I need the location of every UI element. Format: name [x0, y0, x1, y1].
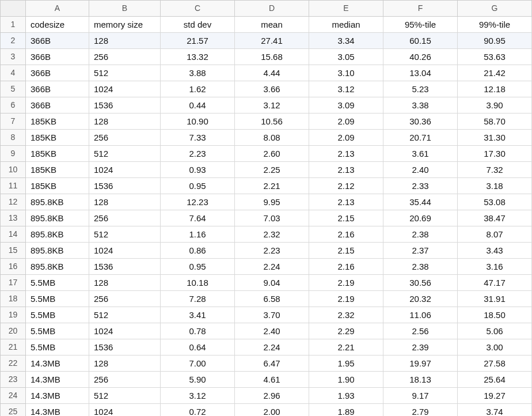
col-header-E[interactable]: E — [309, 1, 383, 17]
cell-F8[interactable]: 20.71 — [383, 130, 458, 146]
cell-B17[interactable]: 128 — [89, 275, 161, 291]
cell-G16[interactable]: 3.16 — [458, 259, 532, 275]
cell-F15[interactable]: 2.37 — [383, 243, 458, 259]
cell-E9[interactable]: 2.13 — [309, 146, 383, 162]
cell-F10[interactable]: 2.40 — [383, 162, 458, 178]
cell-G25[interactable]: 3.74 — [458, 404, 532, 416]
cell-G4[interactable]: 21.42 — [458, 65, 532, 81]
cell-G10[interactable]: 7.32 — [458, 162, 532, 178]
cell-D1[interactable]: mean — [235, 17, 309, 33]
row-header-8[interactable]: 8 — [1, 130, 26, 146]
row-header-24[interactable]: 24 — [1, 388, 26, 404]
cell-B9[interactable]: 512 — [89, 146, 161, 162]
cell-B2[interactable]: 128 — [89, 33, 161, 49]
col-header-A[interactable]: A — [26, 1, 89, 17]
cell-G22[interactable]: 27.58 — [458, 356, 532, 372]
cell-G14[interactable]: 8.07 — [458, 226, 532, 243]
cell-G21[interactable]: 3.00 — [458, 339, 532, 356]
select-all-corner[interactable] — [1, 1, 26, 17]
row-header-25[interactable]: 25 — [1, 404, 26, 416]
cell-D16[interactable]: 2.24 — [235, 259, 309, 275]
cell-D6[interactable]: 3.12 — [235, 97, 309, 114]
cell-E5[interactable]: 3.12 — [309, 81, 383, 97]
row-header-5[interactable]: 5 — [1, 81, 26, 97]
cell-C25[interactable]: 0.72 — [161, 404, 235, 416]
cell-B14[interactable]: 512 — [89, 226, 161, 243]
cell-B24[interactable]: 512 — [89, 388, 161, 404]
cell-C15[interactable]: 0.86 — [161, 243, 235, 259]
cell-B12[interactable]: 128 — [89, 194, 161, 210]
cell-B25[interactable]: 1024 — [89, 404, 161, 416]
cell-E20[interactable]: 2.29 — [309, 323, 383, 339]
cell-F16[interactable]: 2.38 — [383, 259, 458, 275]
cell-D9[interactable]: 2.60 — [235, 146, 309, 162]
cell-D11[interactable]: 2.21 — [235, 178, 309, 194]
cell-A14[interactable]: 895.8KB — [26, 226, 89, 243]
cell-F2[interactable]: 60.15 — [383, 33, 458, 49]
cell-F21[interactable]: 2.39 — [383, 339, 458, 356]
cell-B3[interactable]: 256 — [89, 49, 161, 65]
cell-F22[interactable]: 19.97 — [383, 356, 458, 372]
row-header-17[interactable]: 17 — [1, 275, 26, 291]
cell-C24[interactable]: 3.12 — [161, 388, 235, 404]
cell-E14[interactable]: 2.16 — [309, 226, 383, 243]
cell-F7[interactable]: 30.36 — [383, 114, 458, 130]
cell-C7[interactable]: 10.90 — [161, 114, 235, 130]
cell-E25[interactable]: 1.89 — [309, 404, 383, 416]
cell-G8[interactable]: 31.30 — [458, 130, 532, 146]
cell-G23[interactable]: 25.64 — [458, 372, 532, 388]
cell-C22[interactable]: 7.00 — [161, 356, 235, 372]
cell-F24[interactable]: 9.17 — [383, 388, 458, 404]
row-header-2[interactable]: 2 — [1, 33, 26, 49]
row-header-18[interactable]: 18 — [1, 291, 26, 307]
cell-B7[interactable]: 128 — [89, 114, 161, 130]
cell-B23[interactable]: 256 — [89, 372, 161, 388]
cell-G15[interactable]: 3.43 — [458, 243, 532, 259]
cell-E18[interactable]: 2.19 — [309, 291, 383, 307]
row-header-21[interactable]: 21 — [1, 339, 26, 356]
cell-A4[interactable]: 366B — [26, 65, 89, 81]
cell-G18[interactable]: 31.91 — [458, 291, 532, 307]
cell-D18[interactable]: 6.58 — [235, 291, 309, 307]
cell-E22[interactable]: 1.95 — [309, 356, 383, 372]
cell-D17[interactable]: 9.04 — [235, 275, 309, 291]
cell-E17[interactable]: 2.19 — [309, 275, 383, 291]
cell-A9[interactable]: 185KB — [26, 146, 89, 162]
row-header-19[interactable]: 19 — [1, 307, 26, 323]
cell-D12[interactable]: 9.95 — [235, 194, 309, 210]
cell-A17[interactable]: 5.5MB — [26, 275, 89, 291]
cell-D15[interactable]: 2.23 — [235, 243, 309, 259]
row-header-16[interactable]: 16 — [1, 259, 26, 275]
cell-A19[interactable]: 5.5MB — [26, 307, 89, 323]
cell-F19[interactable]: 11.06 — [383, 307, 458, 323]
cell-B21[interactable]: 1536 — [89, 339, 161, 356]
cell-C1[interactable]: std dev — [161, 17, 235, 33]
col-header-D[interactable]: D — [235, 1, 309, 17]
cell-B16[interactable]: 1536 — [89, 259, 161, 275]
cell-G3[interactable]: 53.63 — [458, 49, 532, 65]
cell-A13[interactable]: 895.8KB — [26, 210, 89, 226]
cell-E2[interactable]: 3.34 — [309, 33, 383, 49]
cell-A22[interactable]: 14.3MB — [26, 356, 89, 372]
row-header-23[interactable]: 23 — [1, 372, 26, 388]
cell-E12[interactable]: 2.13 — [309, 194, 383, 210]
cell-F23[interactable]: 18.13 — [383, 372, 458, 388]
cell-D2[interactable]: 27.41 — [235, 33, 309, 49]
cell-C16[interactable]: 0.95 — [161, 259, 235, 275]
cell-C19[interactable]: 3.41 — [161, 307, 235, 323]
cell-B18[interactable]: 256 — [89, 291, 161, 307]
cell-C5[interactable]: 1.62 — [161, 81, 235, 97]
cell-A7[interactable]: 185KB — [26, 114, 89, 130]
cell-C4[interactable]: 3.88 — [161, 65, 235, 81]
cell-E24[interactable]: 1.93 — [309, 388, 383, 404]
cell-D3[interactable]: 15.68 — [235, 49, 309, 65]
cell-F1[interactable]: 95%-tile — [383, 17, 458, 33]
cell-C18[interactable]: 7.28 — [161, 291, 235, 307]
cell-A12[interactable]: 895.8KB — [26, 194, 89, 210]
cell-C13[interactable]: 7.64 — [161, 210, 235, 226]
cell-D14[interactable]: 2.32 — [235, 226, 309, 243]
cell-C3[interactable]: 13.32 — [161, 49, 235, 65]
cell-G24[interactable]: 19.27 — [458, 388, 532, 404]
cell-C2[interactable]: 21.57 — [161, 33, 235, 49]
cell-C17[interactable]: 10.18 — [161, 275, 235, 291]
